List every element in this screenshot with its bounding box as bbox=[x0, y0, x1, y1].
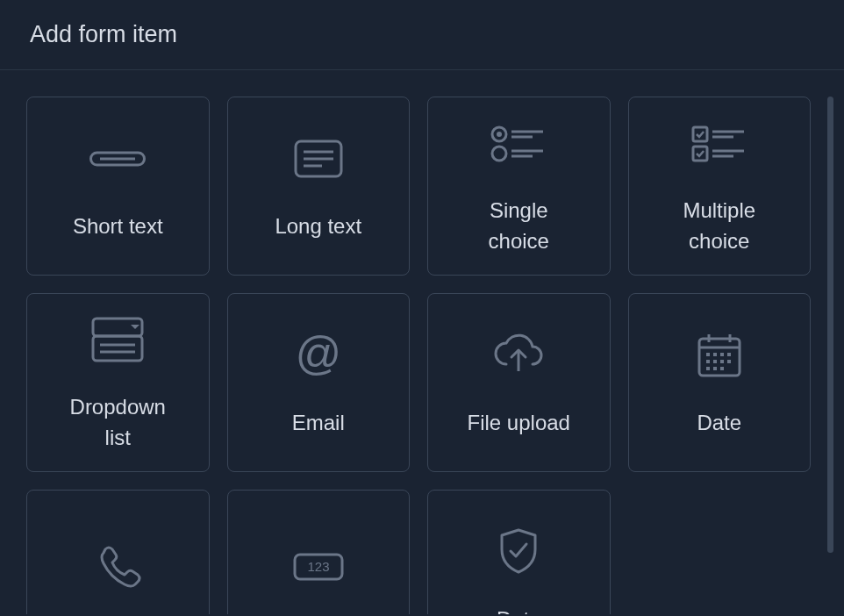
svg-rect-34 bbox=[713, 360, 717, 363]
file-upload-icon bbox=[490, 327, 547, 383]
card-number[interactable]: 123 bbox=[227, 490, 411, 614]
svg-rect-32 bbox=[727, 353, 731, 356]
svg-rect-31 bbox=[720, 353, 724, 356]
card-label: Multiple choice bbox=[683, 196, 755, 257]
svg-text:@: @ bbox=[295, 331, 341, 378]
svg-text:123: 123 bbox=[307, 559, 329, 574]
card-label: Data bbox=[497, 605, 541, 614]
card-date[interactable]: Date bbox=[628, 293, 812, 472]
card-long-text[interactable]: Long text bbox=[227, 97, 411, 276]
svg-rect-30 bbox=[713, 353, 717, 356]
card-label: Email bbox=[292, 408, 345, 439]
shield-check-icon bbox=[497, 524, 540, 580]
svg-rect-25 bbox=[699, 339, 740, 376]
card-email[interactable]: @ Email bbox=[227, 293, 411, 472]
card-data[interactable]: Data bbox=[427, 490, 611, 614]
card-label: Short text bbox=[73, 211, 163, 242]
card-label: File upload bbox=[468, 408, 570, 439]
short-text-icon bbox=[89, 131, 146, 187]
card-single-choice[interactable]: Single choice bbox=[427, 97, 611, 276]
svg-rect-20 bbox=[93, 336, 142, 361]
svg-rect-38 bbox=[713, 367, 717, 370]
card-multiple-choice[interactable]: Multiple choice bbox=[628, 97, 812, 276]
svg-point-7 bbox=[497, 132, 502, 137]
modal-title: Add form item bbox=[30, 21, 814, 48]
modal-body: Short text Long text Single choice bbox=[0, 70, 844, 614]
card-label: Date bbox=[697, 408, 741, 439]
card-phone[interactable] bbox=[26, 490, 210, 614]
multiple-choice-icon bbox=[690, 115, 749, 171]
dropdown-list-icon bbox=[89, 312, 146, 368]
svg-point-10 bbox=[492, 147, 506, 161]
scrollbar-thumb[interactable] bbox=[827, 97, 833, 553]
card-short-text[interactable]: Short text bbox=[26, 97, 210, 276]
form-item-grid: Short text Long text Single choice bbox=[26, 97, 811, 614]
svg-rect-36 bbox=[727, 360, 731, 363]
svg-rect-35 bbox=[720, 360, 724, 363]
date-icon bbox=[696, 327, 743, 383]
card-label: Long text bbox=[275, 211, 361, 242]
card-label: Dropdown list bbox=[70, 392, 166, 454]
scroll-area: Short text Long text Single choice bbox=[0, 70, 844, 614]
single-choice-icon bbox=[489, 115, 548, 171]
svg-rect-29 bbox=[706, 353, 710, 356]
long-text-icon bbox=[290, 131, 347, 187]
phone-icon bbox=[93, 539, 142, 595]
svg-rect-37 bbox=[706, 367, 710, 370]
svg-rect-39 bbox=[720, 367, 724, 370]
svg-rect-33 bbox=[706, 360, 710, 363]
card-label: Single choice bbox=[489, 196, 549, 257]
modal-header: Add form item bbox=[0, 0, 844, 70]
card-dropdown-list[interactable]: Dropdown list bbox=[26, 293, 210, 472]
number-icon: 123 bbox=[293, 539, 344, 595]
card-file-upload[interactable]: File upload bbox=[427, 293, 611, 472]
email-icon: @ bbox=[294, 327, 343, 383]
